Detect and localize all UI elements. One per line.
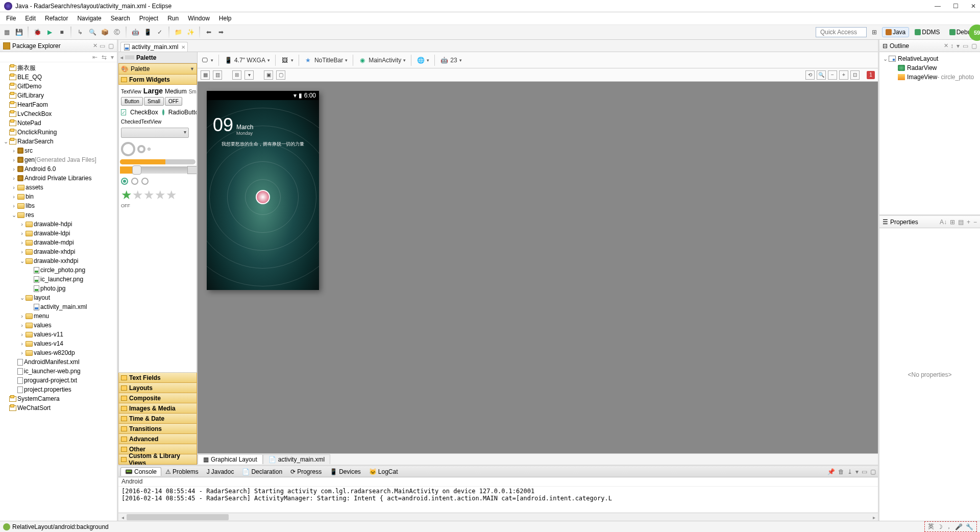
zoom-100-icon[interactable]: 🔍 (817, 70, 826, 80)
tree-item[interactable]: ›bin (0, 192, 117, 201)
run-icon[interactable]: ▶ (45, 28, 54, 37)
perspective-ddms[interactable]: DDMS (911, 27, 943, 37)
tab-close-icon[interactable]: ✕ (181, 44, 185, 50)
open-type-icon[interactable]: ↳ (76, 28, 85, 37)
console-tab-logcat[interactable]: 🐱LogCat (365, 468, 402, 476)
console-output[interactable]: [2016-02-14 08:55:44 - RadarSearch] Star… (118, 487, 878, 513)
api-chooser[interactable]: 🤖23▾ (440, 56, 461, 64)
debug-icon[interactable]: 🐞 (33, 28, 42, 37)
tree-item[interactable]: SystemCamera (0, 394, 117, 403)
ime-settings-icon[interactable]: 🔧 (966, 523, 973, 530)
view-close-icon[interactable]: ✕ (93, 42, 97, 49)
tree-item[interactable]: ›drawable-xhdpi (0, 247, 117, 256)
palette-progressbar[interactable] (120, 159, 195, 164)
tree-item[interactable]: ›drawable-ldpi (0, 229, 117, 238)
palette-switch-off[interactable]: OFF (120, 203, 195, 208)
console-select-icon[interactable]: ▾ (855, 468, 859, 475)
toggle-outline-icon[interactable]: ▦ (201, 70, 210, 80)
tab-graphical-layout[interactable]: ▦Graphical Layout (198, 454, 263, 464)
palette-cat-layouts[interactable]: Layouts (118, 383, 197, 393)
console-hscroll[interactable]: ◂▸ (118, 513, 878, 521)
zoom-in-icon[interactable]: + (839, 70, 848, 80)
menu-run[interactable]: Run (163, 14, 183, 23)
quick-access-input[interactable] (816, 27, 867, 37)
tree-item[interactable]: ›src (0, 146, 117, 155)
palette-cat-custom-library-views[interactable]: Custom & Library Views (118, 454, 197, 465)
palette-cat-time-date[interactable]: Time & Date (118, 414, 197, 424)
close-button[interactable]: ✕ (971, 3, 976, 10)
outline-min-icon[interactable]: ▭ (963, 42, 968, 50)
open-perspective-icon[interactable]: ⊞ (870, 28, 879, 37)
tree-item[interactable]: ⌄drawable-xxhdpi (0, 256, 117, 265)
tree-item[interactable]: ic_launcher.png (0, 275, 117, 284)
menu-refactor[interactable]: Refactor (41, 14, 72, 23)
view-menu-icon[interactable]: ▾ (111, 54, 114, 61)
console-pin-icon[interactable]: 📌 (827, 468, 835, 475)
zoom-grid-icon[interactable]: ⊞ (232, 70, 241, 80)
props-adv-icon[interactable]: ▤ (958, 219, 964, 226)
tree-item[interactable]: activity_main.xml (0, 302, 117, 311)
tree-item[interactable]: ›values-v11 (0, 330, 117, 339)
palette-cat-composite[interactable]: Composite (118, 393, 197, 403)
tree-item[interactable]: ›menu (0, 311, 117, 321)
screenshot-icon[interactable]: ▢ (276, 70, 285, 80)
design-canvas[interactable]: ▾▮6:00 09 MarchMonday 我想要怒放的生命，拥有挣脱一切的力量 (198, 82, 878, 453)
props-sort-az-icon[interactable]: A↓ (940, 219, 947, 226)
menu-file[interactable]: File (2, 14, 20, 23)
maximize-button[interactable]: ☐ (953, 3, 959, 10)
tree-item[interactable]: ⌄layout (0, 293, 117, 302)
menu-help[interactable]: Help (215, 14, 236, 23)
wand-icon[interactable]: ✨ (186, 28, 195, 37)
console-clear-icon[interactable]: 🗑 (838, 468, 844, 475)
outline-menu-icon[interactable]: ▾ (957, 42, 960, 50)
palette-radio-group[interactable] (120, 176, 195, 187)
package-icon[interactable]: 📦 (100, 28, 109, 37)
props-tree-icon[interactable]: ⊞ (950, 219, 955, 226)
tree-item[interactable]: GifLibrary (0, 91, 117, 100)
tree-item[interactable]: LvCheckBox (0, 109, 117, 118)
console-scroll-icon[interactable]: ⤓ (847, 468, 852, 475)
emulate-icon[interactable]: ▣ (264, 70, 273, 80)
tree-item[interactable]: photo.jpg (0, 284, 117, 293)
tree-item[interactable]: ›values-v14 (0, 339, 117, 348)
zoom-fit-icon[interactable]: ▾ (244, 70, 254, 80)
palette-selector[interactable]: 🎨Palette▼ (118, 63, 197, 75)
tree-item[interactable]: HeartFaom (0, 100, 117, 109)
palette-ratingbar[interactable]: ★★★★★ (120, 187, 195, 203)
tree-item[interactable]: NotePad (0, 118, 117, 128)
console-tab-devices[interactable]: 📱Devices (326, 468, 365, 476)
outline-tree[interactable]: ⌄RelativeLayout RadarView ImageView - ci… (879, 52, 980, 214)
android-sdk-icon[interactable]: 🤖 (131, 28, 140, 37)
collapse-all-icon[interactable]: ⇤ (92, 54, 97, 61)
outline-close-icon[interactable]: ✕ (944, 42, 948, 49)
view-max-icon[interactable]: ▢ (108, 42, 114, 50)
project-tree[interactable]: 撕衣服BLE_QQGifDemoGifLibraryHeartFaomLvChe… (0, 62, 117, 521)
save-icon[interactable]: 💾 (14, 28, 23, 37)
theme-chooser[interactable]: ★NoTitleBar▾ (304, 56, 348, 64)
tree-item[interactable]: ›Android 6.0 (0, 164, 117, 174)
stop-icon[interactable]: ■ (57, 28, 66, 37)
tree-item[interactable]: OnclickRuning (0, 128, 117, 137)
console-tab-javadoc[interactable]: JJavadoc (203, 468, 238, 476)
tree-item[interactable]: ›values (0, 321, 117, 330)
tree-item[interactable]: ›gen [Generated Java Files] (0, 155, 117, 164)
tree-item[interactable]: circle_photo.png (0, 265, 117, 275)
palette-checkedtextview[interactable]: CheckedTextView (120, 118, 195, 126)
ime-indicator[interactable]: 英 (928, 522, 934, 531)
tree-item[interactable]: AndroidManifest.xml (0, 357, 117, 367)
locale-chooser[interactable]: 🌐▾ (416, 56, 429, 64)
menu-edit[interactable]: Edit (21, 14, 40, 23)
zoom-reset-icon[interactable]: ⟲ (805, 70, 815, 80)
palette-button-row[interactable]: Button Small OFF (120, 96, 195, 107)
tree-item[interactable]: ›drawable-mdpi (0, 238, 117, 247)
props-del-icon[interactable]: − (973, 219, 977, 226)
palette-spinner[interactable] (121, 128, 189, 138)
tree-item[interactable]: 撕衣服 (0, 63, 117, 72)
zoom-out-icon[interactable]: − (828, 70, 837, 80)
orientation-chooser[interactable]: 🖼▾ (281, 56, 293, 64)
new-icon[interactable]: ▦ (2, 28, 11, 37)
console-min-icon[interactable]: ▭ (862, 468, 867, 475)
outline-sort-icon[interactable]: ↕ (950, 42, 953, 50)
menu-window[interactable]: Window (184, 14, 214, 23)
view-min-icon[interactable]: ▭ (100, 42, 105, 50)
